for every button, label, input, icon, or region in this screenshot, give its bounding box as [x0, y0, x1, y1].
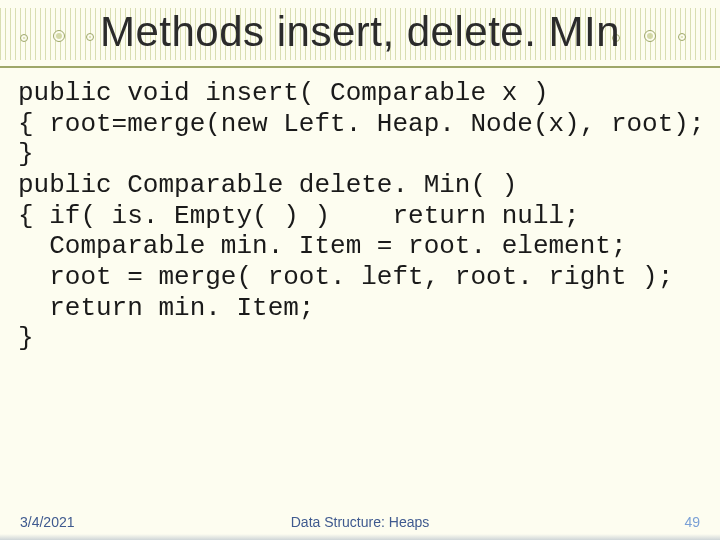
footer-center: Data Structure: Heaps: [20, 514, 700, 530]
code-line: { root=merge(new Left. Heap. Node(x), ro…: [18, 109, 702, 140]
slide-title: Methods insert, delete. MIn: [0, 8, 720, 56]
code-line: { if( is. Empty( ) ) return null;: [18, 201, 702, 232]
code-line: }: [18, 323, 702, 354]
code-line: Comparable min. Item = root. element;: [18, 231, 702, 262]
code-line: }: [18, 139, 702, 170]
bottom-shadow: [0, 534, 720, 540]
code-block: public void insert( Comparable x ){ root…: [18, 78, 702, 500]
code-line: return min. Item;: [18, 293, 702, 324]
slide: Methods insert, delete. MIn public void …: [0, 0, 720, 540]
code-line: public Comparable delete. Min( ): [18, 170, 702, 201]
code-line: root = merge( root. left, root. right );: [18, 262, 702, 293]
code-line: public void insert( Comparable x ): [18, 78, 702, 109]
footer: 3/4/2021 Data Structure: Heaps 49: [20, 514, 700, 530]
